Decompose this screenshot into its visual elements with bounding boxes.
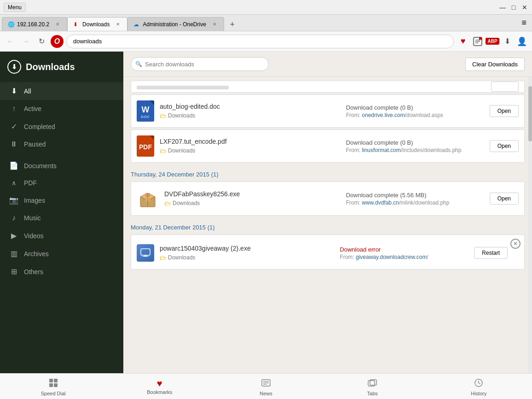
new-tab-button[interactable]: + (226, 18, 239, 31)
search-wrapper (131, 57, 269, 71)
download-name-4: powarc150403giveaway (2).exe (160, 245, 334, 252)
reload-button[interactable]: ↻ (35, 35, 48, 48)
tab-close-2[interactable]: ✕ (114, 21, 121, 28)
sidebar-item-images[interactable]: 📷 Images (0, 191, 123, 209)
section-date-1: Thursday, 24 December 2015 (1) (131, 164, 525, 182)
title-bar: Menu — □ ✕ (0, 0, 532, 15)
sidebar-label-all: All (24, 88, 31, 95)
tab-192[interactable]: 🌐 192.168.20.2 ✕ (2, 17, 67, 31)
folder-icon-3: 🗁 (164, 200, 171, 207)
pdf-icon: ∧ (9, 179, 18, 187)
documents-icon: 📄 (9, 161, 18, 170)
tab-downloads[interactable]: ⬇ Downloads ✕ (67, 17, 127, 31)
toolbar-icons: ♥ + ABP ⬇ 👤 (457, 35, 528, 48)
sidebar-item-pdf[interactable]: ∧ PDF (0, 175, 123, 191)
download-item-4: ✕ powarc150403giveaway (2).exe 🗁 (131, 235, 525, 270)
sidebar-item-videos[interactable]: ▶ Videos (0, 227, 123, 245)
content-body: W DOC auto_biog-edited.doc 🗁 Downloads D… (123, 77, 532, 373)
others-icon: ⊞ (9, 267, 18, 276)
download-item-1: W DOC auto_biog-edited.doc 🗁 Downloads D… (131, 94, 525, 128)
address-bar: ← → ↻ O ♥ + ABP ⬇ 👤 (0, 31, 532, 52)
stash-button[interactable]: + (471, 35, 484, 48)
download-info-4: powarc150403giveaway (2).exe 🗁 Downloads (160, 245, 334, 261)
download-status-area-4: Download error From: giveaway.downloadcr… (340, 246, 468, 260)
maximize-button[interactable]: □ (510, 4, 517, 11)
svg-text:+: + (480, 38, 481, 41)
svg-rect-13 (142, 256, 149, 257)
download-info-3: DVDFabPasskey8256.exe 🗁 Downloads (164, 190, 341, 207)
open-button-1[interactable]: Open (490, 105, 519, 117)
images-icon: 📷 (9, 196, 18, 205)
download-indicator-button[interactable]: ⬇ (501, 35, 514, 48)
bookmarks-label: Bookmarks (147, 389, 172, 395)
back-button[interactable]: ← (4, 35, 17, 48)
sidebar-label-images: Images (24, 197, 45, 204)
download-item-3: DVDFabPasskey8256.exe 🗁 Downloads Downlo… (131, 182, 525, 216)
bottom-nav-bookmarks[interactable]: ♥ Bookmarks (106, 374, 213, 399)
download-status-2: Download complete (0 B) (346, 139, 484, 146)
sidebar-label-active: Active (24, 105, 41, 112)
tab-close-3[interactable]: ✕ (211, 21, 218, 28)
sidebar-item-active[interactable]: ↑ Active (0, 100, 123, 117)
sidebar-item-others[interactable]: ⊞ Others (0, 263, 123, 281)
download-status-area-1: Download complete (0 B) From: onedrive.l… (346, 104, 484, 118)
file-icon-3 (137, 188, 159, 210)
bottom-nav-speed-dial[interactable]: Speed Dial (0, 374, 106, 399)
file-icon-1: W DOC (137, 100, 154, 122)
sidebar-item-documents[interactable]: 📄 Documents (0, 157, 123, 175)
tab-favicon-3: ☁ (133, 21, 140, 28)
download-status-area-3: Download complete (5.56 MB) From: www.dv… (346, 192, 484, 206)
active-icon: ↑ (9, 105, 18, 113)
remove-button-4[interactable]: ✕ (510, 239, 520, 249)
file-icon-2: PDF (137, 135, 154, 157)
completed-icon: ✓ (9, 122, 18, 131)
tab-menu-button[interactable]: ≡ (518, 18, 530, 28)
speed-dial-icon (48, 378, 58, 389)
open-button-3[interactable]: Open (490, 193, 519, 205)
all-icon: ⬇ (9, 87, 18, 95)
content-area: Clear Downloads W DOC auto_biog-edite (123, 52, 532, 373)
open-button-2[interactable]: Open (490, 140, 519, 152)
adblock-button[interactable]: ABP (486, 35, 499, 48)
download-actions-2: Open (490, 140, 519, 152)
sidebar-item-archives[interactable]: ▥ Archives (0, 245, 123, 263)
bottom-nav-tabs[interactable]: Tabs (319, 374, 426, 399)
sidebar-item-completed[interactable]: ✓ Completed (0, 117, 123, 135)
clear-downloads-button[interactable]: Clear Downloads (465, 58, 525, 71)
url-input[interactable] (66, 35, 454, 48)
bottom-nav-history[interactable]: History (426, 374, 532, 399)
download-item-2: PDF LXF207.tut_encode.pdf 🗁 Downloads Do… (131, 129, 525, 163)
restart-button-4[interactable]: Restart (474, 247, 508, 259)
sidebar-label-music: Music (24, 214, 41, 222)
sidebar-label-videos: Videos (24, 232, 44, 240)
account-button[interactable]: 👤 (515, 35, 528, 48)
download-location-3: 🗁 Downloads (164, 200, 341, 207)
tab-onedrive[interactable]: ☁ Administration - OneDrive ✕ (127, 17, 224, 31)
download-actions-4: Restart (474, 247, 508, 259)
sidebar-label-completed: Completed (24, 123, 55, 130)
tab-close-1[interactable]: ✕ (54, 21, 61, 28)
svg-rect-15 (54, 379, 58, 382)
sidebar-item-all[interactable]: ⬇ All (0, 82, 123, 100)
download-source-2: From: linuxformat.com/includes/downloads… (346, 147, 484, 153)
search-input[interactable] (131, 57, 269, 71)
tab-favicon-1: 🌐 (8, 21, 14, 28)
scrollbar-thumb[interactable] (528, 86, 532, 141)
history-label: History (471, 391, 486, 396)
news-label: News (260, 391, 272, 396)
minimize-button[interactable]: — (499, 4, 506, 11)
music-icon: ♪ (9, 214, 18, 222)
favorites-button[interactable]: ♥ (457, 35, 469, 48)
sidebar-item-paused[interactable]: ⏸ Paused (0, 135, 123, 153)
close-window-button[interactable]: ✕ (521, 4, 528, 11)
sidebar-item-music[interactable]: ♪ Music (0, 209, 123, 227)
menu-button[interactable]: Menu (4, 3, 26, 12)
tab-label-1: 192.168.20.2 (17, 21, 49, 28)
svg-rect-14 (49, 379, 53, 382)
bottom-nav: Speed Dial ♥ Bookmarks News Tabs (0, 373, 532, 399)
forward-button[interactable]: → (19, 35, 32, 48)
bottom-nav-news[interactable]: News (213, 374, 319, 399)
monitor-icon (140, 247, 151, 258)
speed-dial-label: Speed Dial (41, 391, 66, 396)
download-location-2: 🗁 Downloads (160, 147, 341, 154)
